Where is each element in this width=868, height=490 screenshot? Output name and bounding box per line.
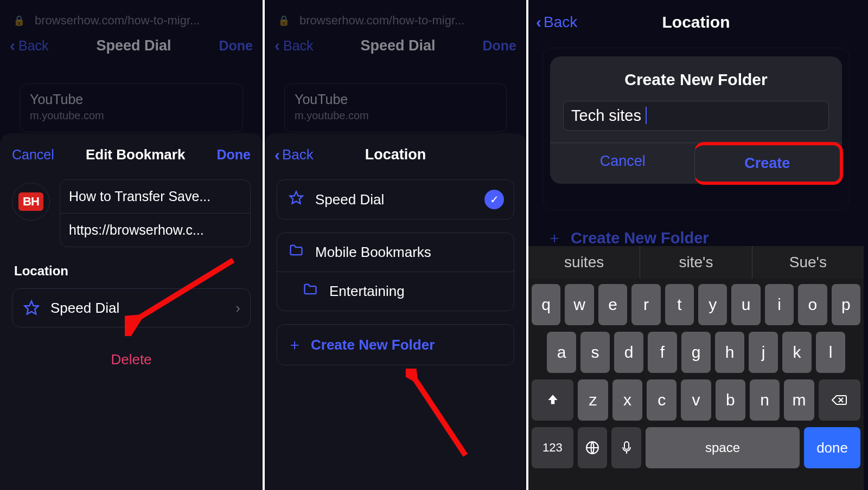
lock-icon: 🔒 bbox=[13, 15, 25, 27]
option-folder-group: Mobile Bookmarks Entertaining bbox=[277, 233, 514, 311]
key-u[interactable]: u bbox=[731, 284, 760, 325]
bg-back-button[interactable]: ‹ Back bbox=[10, 37, 49, 54]
dialog-create-button[interactable]: Create bbox=[694, 142, 844, 185]
keyboard: q w e r t y u i o p a s d f g h j k l z bbox=[528, 279, 864, 490]
suggestion[interactable]: suites bbox=[528, 246, 640, 279]
location-row[interactable]: Speed Dial › bbox=[12, 288, 251, 327]
bg-title: Speed Dial bbox=[97, 37, 171, 54]
shift-icon bbox=[546, 393, 560, 407]
key-g[interactable]: g bbox=[681, 332, 711, 373]
favicon: BH bbox=[12, 183, 50, 221]
check-icon: ✓ bbox=[484, 190, 504, 209]
bookmark-title-field[interactable]: How to Transfer Save... bbox=[60, 180, 250, 214]
keyboard-suggestions: suites site's Sue's bbox=[528, 246, 864, 279]
chevron-left-icon: ‹ bbox=[275, 37, 280, 54]
suggestion[interactable]: Sue's bbox=[752, 246, 864, 279]
plus-icon: ＋ bbox=[547, 228, 562, 248]
panel-create-folder: ‹ Back Location ＋ Create New Folder Crea… bbox=[528, 0, 864, 490]
bookmark-fields: How to Transfer Save... https://browserh… bbox=[60, 179, 251, 247]
panel-edit-bookmark: 🔒 browserhow.com/how-to-migr... ‹ Back S… bbox=[0, 0, 265, 490]
key-i[interactable]: i bbox=[765, 284, 794, 325]
key-z[interactable]: z bbox=[578, 379, 608, 421]
back-button[interactable]: ‹ Back bbox=[275, 146, 314, 163]
chevron-left-icon: ‹ bbox=[536, 14, 541, 30]
option-speed-dial-group: Speed Dial ✓ bbox=[277, 179, 514, 220]
key-n[interactable]: n bbox=[750, 379, 780, 421]
bg-done-button[interactable]: Done bbox=[219, 38, 253, 54]
key-v[interactable]: v bbox=[681, 379, 711, 421]
dialog-title: Create New Folder bbox=[550, 70, 842, 89]
key-c[interactable]: c bbox=[647, 379, 676, 421]
url-text: browserhow.com/how-to-migr... bbox=[299, 14, 464, 28]
panel-location: 🔒 browserhow.com/how-to-migr... ‹ Back S… bbox=[265, 0, 528, 490]
key-q[interactable]: q bbox=[532, 284, 560, 325]
key-p[interactable]: p bbox=[832, 284, 860, 325]
location-section-label: Location bbox=[14, 263, 251, 279]
address-bar: 🔒 browserhow.com/how-to-migr... bbox=[265, 10, 526, 31]
folder-icon bbox=[287, 243, 305, 262]
key-mic[interactable] bbox=[611, 427, 641, 468]
key-shift[interactable] bbox=[532, 379, 573, 421]
back-button[interactable]: ‹ Back bbox=[536, 14, 577, 31]
create-new-folder-button[interactable]: ＋ Create New Folder bbox=[277, 324, 514, 365]
option-mobile-bookmarks[interactable]: Mobile Bookmarks bbox=[277, 233, 514, 272]
key-y[interactable]: y bbox=[698, 284, 727, 325]
key-a[interactable]: a bbox=[547, 332, 576, 373]
chevron-left-icon: ‹ bbox=[10, 37, 15, 54]
cancel-button[interactable]: Cancel bbox=[12, 147, 54, 163]
bookmark-url-field[interactable]: https://browserhow.c... bbox=[60, 214, 250, 247]
bg-done-button[interactable]: Done bbox=[482, 38, 516, 54]
delete-button[interactable]: Delete bbox=[12, 351, 251, 368]
done-button[interactable]: Done bbox=[216, 147, 251, 163]
backspace-icon bbox=[831, 394, 847, 407]
folder-name-input[interactable]: Tech sites bbox=[563, 101, 829, 131]
dialog-cancel-button[interactable]: Cancel bbox=[550, 143, 695, 184]
bg-navbar: ‹ Back Speed Dial Done bbox=[265, 31, 526, 60]
key-m[interactable]: m bbox=[784, 379, 814, 421]
navbar: ‹ Back Location bbox=[528, 9, 864, 36]
plus-icon: ＋ bbox=[287, 334, 302, 355]
chevron-right-icon: › bbox=[235, 300, 240, 317]
key-x[interactable]: x bbox=[612, 379, 642, 421]
key-backspace[interactable] bbox=[819, 379, 860, 421]
suggestion[interactable]: site's bbox=[640, 246, 752, 279]
create-folder-dialog: Create New Folder Tech sites Cancel Crea… bbox=[550, 56, 842, 184]
globe-icon bbox=[585, 441, 599, 455]
key-s[interactable]: s bbox=[580, 332, 610, 373]
edit-bookmark-sheet: Cancel Edit Bookmark Done BH How to Tran… bbox=[0, 133, 263, 490]
page-title: Location bbox=[662, 13, 730, 31]
key-w[interactable]: w bbox=[565, 284, 593, 325]
lock-icon: 🔒 bbox=[278, 15, 290, 27]
key-o[interactable]: o bbox=[798, 284, 827, 325]
key-e[interactable]: e bbox=[598, 284, 627, 325]
key-j[interactable]: j bbox=[749, 332, 778, 373]
location-sheet: ‹ Back Location Speed Dial ✓ Mobile Book… bbox=[265, 133, 526, 490]
key-globe[interactable] bbox=[578, 427, 608, 468]
option-speed-dial[interactable]: Speed Dial ✓ bbox=[277, 180, 514, 219]
key-d[interactable]: d bbox=[614, 332, 643, 373]
key-b[interactable]: b bbox=[716, 379, 745, 421]
star-icon bbox=[287, 190, 305, 209]
key-h[interactable]: h bbox=[715, 332, 744, 373]
bg-bookmark-card: YouTube m.youtube.com bbox=[284, 83, 507, 132]
bg-back-button[interactable]: ‹ Back bbox=[275, 37, 314, 54]
folder-icon bbox=[301, 282, 320, 301]
key-r[interactable]: r bbox=[631, 284, 660, 325]
key-done[interactable]: done bbox=[804, 427, 860, 468]
key-f[interactable]: f bbox=[648, 332, 677, 373]
key-l[interactable]: l bbox=[816, 332, 845, 373]
svg-rect-7 bbox=[624, 442, 629, 449]
bg-bookmark-card: YouTube m.youtube.com bbox=[20, 83, 243, 132]
url-text: browserhow.com/how-to-migr... bbox=[35, 14, 200, 28]
svg-marker-0 bbox=[25, 301, 39, 314]
key-t[interactable]: t bbox=[665, 284, 694, 325]
sheet-title: Location bbox=[365, 146, 426, 163]
key-k[interactable]: k bbox=[782, 332, 812, 373]
sheet-title: Edit Bookmark bbox=[86, 146, 186, 163]
key-123[interactable]: 123 bbox=[532, 427, 573, 468]
option-entertaining[interactable]: Entertaining bbox=[277, 272, 514, 311]
key-space[interactable]: space bbox=[646, 427, 800, 468]
chevron-left-icon: ‹ bbox=[275, 147, 280, 163]
svg-marker-2 bbox=[290, 191, 302, 203]
star-icon bbox=[22, 299, 41, 317]
